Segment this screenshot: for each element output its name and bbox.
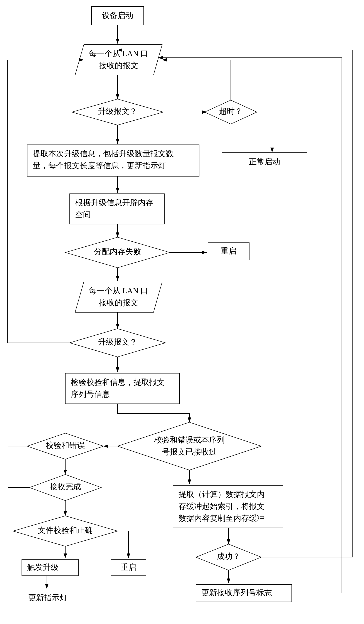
flowchart: 设备启动 每一个从 LAN 口 接收的报文 升级报文？ 超时？ 正常启动 提取本… [0, 0, 364, 624]
label-lan-rx-1-l2: 接收的报文 [99, 61, 138, 70]
label-lan-rx-2-l2: 接收的报文 [99, 298, 138, 307]
label-alloc-l2: 空间 [75, 210, 91, 219]
label-dec-file-ok: 文件校验和正确 [38, 526, 93, 535]
label-update-led: 更新指示灯 [28, 593, 68, 602]
label-copy-l3: 数据内容复制至内存缓冲 [179, 514, 265, 522]
label-dec-chk-dup-l2: 号报文已接收过 [162, 447, 217, 456]
label-dec-chk-err: 校验和错误 [46, 441, 85, 450]
label-dec-upgrade-1: 升级报文？ [98, 107, 137, 116]
label-update-seq: 更新接收序列号标志 [201, 588, 272, 597]
node-dec-chk-dup [118, 422, 261, 470]
label-dec-chk-dup-l1: 校验和错误或本序列 [154, 436, 225, 444]
label-verify-l2: 序列号信息 [71, 390, 110, 398]
label-start: 设备启动 [102, 11, 133, 20]
label-trigger: 触发升级 [27, 563, 59, 572]
label-alloc-l1: 根据升级信息开辟内存 [75, 198, 154, 207]
label-dec-timeout: 超时？ [219, 107, 242, 116]
label-copy-l1: 提取（计算）数据报文内 [179, 490, 265, 499]
label-dec-success: 成功？ [217, 552, 240, 561]
label-restart-2: 重启 [121, 563, 136, 572]
label-restart-1: 重启 [221, 247, 236, 255]
label-extract-l2: 量，每个报文长度等信息，更新指示灯 [33, 161, 166, 170]
label-lan-rx-2-l1: 每一个从 LAN 口 [89, 286, 148, 295]
label-verify-l1: 检验校验和信息，提取报文 [71, 378, 165, 387]
label-dec-upgrade-2: 升级报文？ [98, 338, 137, 346]
label-dec-alloc-fail: 分配内存失败 [94, 247, 141, 256]
label-normal-start: 正常启动 [249, 157, 280, 166]
label-lan-rx-1-l1: 每一个从 LAN 口 [89, 49, 148, 58]
label-dec-recv-done: 接收完成 [50, 482, 81, 491]
label-copy-l2: 存缓冲起始索引，将报文 [179, 502, 265, 511]
label-extract-l1: 提取本次升级信息，包括升级数量报文数 [33, 149, 174, 158]
